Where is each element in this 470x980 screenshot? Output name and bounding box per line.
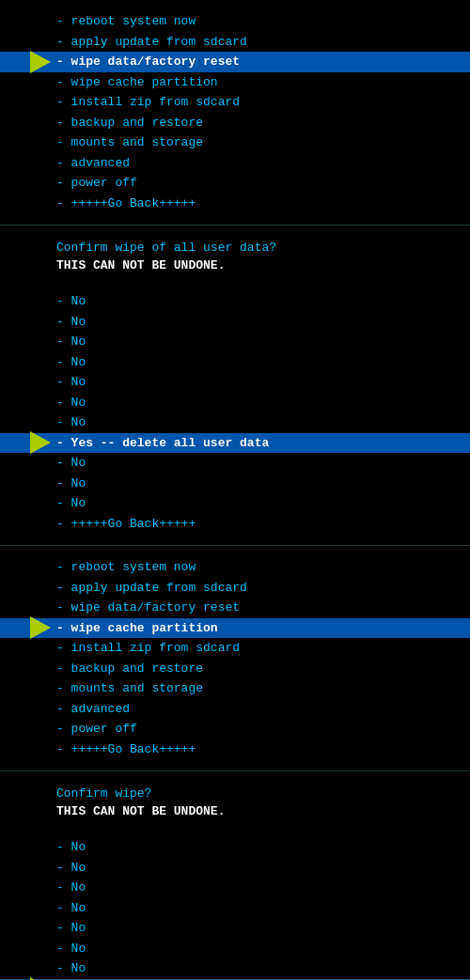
menu-item[interactable]: - wipe data/factory reset [0, 52, 470, 72]
menu-item-label: - wipe cache partition [56, 619, 218, 638]
menu-item[interactable]: - No [0, 878, 470, 898]
menu-item-label: - advanced [56, 700, 130, 719]
menu-item-label: - wipe data/factory reset [56, 53, 240, 71]
menu-item-label: - install zip from sdcard [56, 93, 240, 112]
menu-item-label: - advanced [56, 154, 130, 173]
menu-item-label: - No [56, 940, 86, 958]
menu-area: - No- No- No- No- No- No- No- Yes -- del… [0, 288, 470, 537]
confirm-warning: THIS CAN NOT BE UNDONE. [56, 804, 414, 818]
menu-item-label: - No [56, 959, 86, 978]
menu-item-label: - No [56, 474, 86, 493]
confirm-warning: THIS CAN NOT BE UNDONE. [56, 258, 414, 272]
menu-item-label: - power off [56, 720, 137, 739]
arrow-container [0, 51, 55, 73]
menu-item[interactable]: - No [0, 352, 470, 373]
menu-item-label: - mounts and storage [56, 133, 203, 152]
menu-item-label: - backup and restore [56, 114, 203, 132]
menu-item-label: - +++++Go Back+++++ [56, 515, 196, 534]
menu-item[interactable]: - No [0, 958, 470, 979]
screen: - reboot system now- apply update from s… [0, 0, 470, 980]
menu-item[interactable]: - wipe cache partition [0, 72, 470, 93]
menu-area: - No- No- No- No- No- No- No- Yes - Wipe… [0, 833, 470, 980]
menu-item-label: - backup and restore [56, 660, 203, 678]
menu-area: - reboot system now- apply update from s… [0, 8, 470, 217]
menu-item-label: - No [56, 494, 86, 513]
menu-item[interactable]: - No [0, 312, 470, 333]
menu-item[interactable]: - No [0, 291, 470, 312]
menu-item[interactable]: - power off [0, 719, 470, 739]
menu-item[interactable]: - mounts and storage [0, 678, 470, 699]
menu-item[interactable]: - +++++Go Back+++++ [0, 194, 470, 214]
menu-item-label: - reboot system now [56, 12, 196, 31]
menu-item-label: - No [56, 454, 86, 473]
menu-item-label: - No [56, 333, 86, 351]
menu-item-label: - No [56, 313, 86, 332]
menu-item-label: - Yes -- delete all user data [56, 434, 269, 453]
menu-item-label: - install zip from sdcard [56, 639, 240, 658]
menu-item[interactable]: - advanced [0, 153, 470, 174]
menu-item[interactable]: - mounts and storage [0, 132, 470, 153]
menu-item-label: - apply update from sdcard [56, 33, 247, 52]
menu-item-label: - No [56, 394, 86, 412]
menu-item-label: - No [56, 838, 86, 857]
menu-item[interactable]: - +++++Go Back+++++ [0, 514, 470, 535]
menu-item[interactable]: - apply update from sdcard [0, 32, 470, 53]
menu-item[interactable]: - No [0, 453, 470, 474]
menu-item-label: - wipe cache partition [56, 73, 218, 92]
menu-item[interactable]: - No [0, 858, 470, 879]
menu-item[interactable]: - No [0, 372, 470, 393]
menu-item-label: - wipe data/factory reset [56, 599, 240, 617]
menu-item[interactable]: - No [0, 474, 470, 494]
menu-item-label: - No [56, 353, 86, 372]
menu-item-label: - power off [56, 174, 137, 193]
arrow-container [0, 616, 55, 639]
section-section3: - reboot system now- apply update from s… [0, 546, 470, 771]
selection-arrow-icon [30, 616, 51, 639]
menu-item[interactable]: - wipe data/factory reset [0, 598, 470, 618]
menu-item[interactable]: - Yes -- delete all user data [0, 433, 470, 454]
menu-item-label: - No [56, 373, 86, 392]
menu-item[interactable]: - power off [0, 173, 470, 194]
menu-item[interactable]: - apply update from sdcard [0, 578, 470, 599]
menu-item[interactable]: - backup and restore [0, 113, 470, 133]
menu-area: - reboot system now- apply update from s… [0, 553, 470, 763]
menu-item-label: - No [56, 292, 86, 311]
menu-item-label: - apply update from sdcard [56, 579, 247, 598]
menu-item-label: - +++++Go Back+++++ [56, 194, 196, 213]
section-section1: - reboot system now- apply update from s… [0, 0, 470, 226]
menu-item[interactable]: - No [0, 918, 470, 939]
selection-arrow-icon [30, 431, 51, 454]
confirm-title: Confirm wipe? [56, 786, 414, 801]
menu-item-label: - +++++Go Back+++++ [56, 740, 196, 759]
confirm-area: Confirm wipe? THIS CAN NOT BE UNDONE. [0, 779, 470, 833]
menu-item[interactable]: - No [0, 412, 470, 433]
section-section2: Confirm wipe of all user data? THIS CAN … [0, 226, 470, 546]
menu-item[interactable]: - +++++Go Back+++++ [0, 739, 470, 760]
menu-item[interactable]: - install zip from sdcard [0, 92, 470, 113]
confirm-area: Confirm wipe of all user data? THIS CAN … [0, 233, 470, 288]
menu-item[interactable]: - No [0, 939, 470, 959]
menu-item[interactable]: - No [0, 837, 470, 858]
menu-item[interactable]: - wipe cache partition [0, 618, 470, 639]
menu-item[interactable]: - No [0, 493, 470, 514]
menu-item-label: - No [56, 879, 86, 897]
menu-item-label: - No [56, 899, 86, 918]
menu-item[interactable]: - backup and restore [0, 659, 470, 679]
arrow-container [0, 431, 55, 454]
menu-item-label: - No [56, 919, 86, 938]
selection-arrow-icon [30, 51, 51, 73]
menu-item-label: - No [56, 413, 86, 432]
confirm-title: Confirm wipe of all user data? [56, 241, 414, 255]
menu-item[interactable]: - reboot system now [0, 557, 470, 578]
menu-item-label: - mounts and storage [56, 679, 203, 698]
menu-item[interactable]: - No [0, 332, 470, 352]
section-section4: Confirm wipe? THIS CAN NOT BE UNDONE.- N… [0, 771, 470, 980]
menu-item[interactable]: - install zip from sdcard [0, 638, 470, 659]
menu-item[interactable]: - reboot system now [0, 11, 470, 32]
menu-item[interactable]: - No [0, 898, 470, 919]
menu-item[interactable]: - advanced [0, 699, 470, 720]
menu-item-label: - No [56, 859, 86, 878]
menu-item[interactable]: - No [0, 393, 470, 413]
menu-item-label: - reboot system now [56, 558, 196, 577]
